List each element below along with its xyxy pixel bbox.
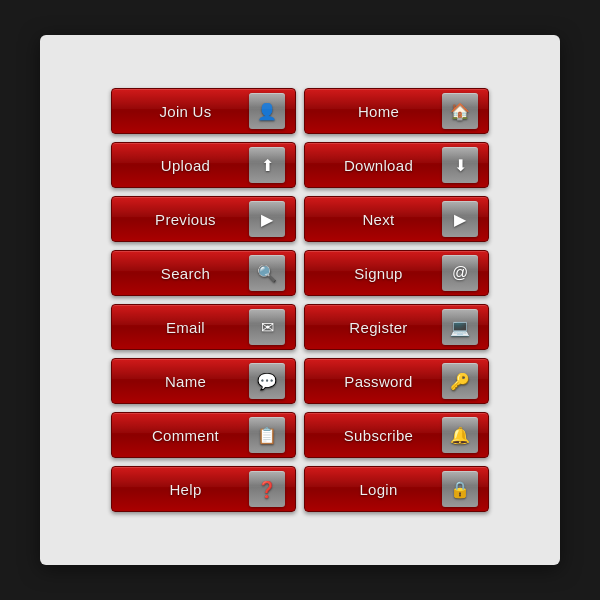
home-button[interactable]: Home🏠 bbox=[304, 88, 489, 134]
button-label: Upload bbox=[122, 157, 249, 174]
download-icon: ⬇ bbox=[442, 147, 478, 183]
home-icon: 🏠 bbox=[442, 93, 478, 129]
subscribe-button[interactable]: Subscribe🔔 bbox=[304, 412, 489, 458]
search-icon: 🔍 bbox=[249, 255, 285, 291]
login-button[interactable]: Login🔒 bbox=[304, 466, 489, 512]
upload-icon: ⬆ bbox=[249, 147, 285, 183]
search-button[interactable]: Search🔍 bbox=[111, 250, 296, 296]
button-label: Subscribe bbox=[315, 427, 442, 444]
next-button[interactable]: Next▶ bbox=[304, 196, 489, 242]
login-icon: 🔒 bbox=[442, 471, 478, 507]
button-label: Password bbox=[315, 373, 442, 390]
signup-icon: @ bbox=[442, 255, 478, 291]
button-label: Previous bbox=[122, 211, 249, 228]
help-button[interactable]: Help❓ bbox=[111, 466, 296, 512]
button-label: Help bbox=[122, 481, 249, 498]
register-button[interactable]: Register💻 bbox=[304, 304, 489, 350]
comment-icon: 📋 bbox=[249, 417, 285, 453]
upload-button[interactable]: Upload⬆ bbox=[111, 142, 296, 188]
signup-button[interactable]: Signup@ bbox=[304, 250, 489, 296]
button-label: Email bbox=[122, 319, 249, 336]
name-icon: 💬 bbox=[249, 363, 285, 399]
button-label: Comment bbox=[122, 427, 249, 444]
button-label: Search bbox=[122, 265, 249, 282]
join-us-button[interactable]: Join Us👤 bbox=[111, 88, 296, 134]
join us-icon: 👤 bbox=[249, 93, 285, 129]
button-label: Signup bbox=[315, 265, 442, 282]
next-icon: ▶ bbox=[442, 201, 478, 237]
previous-icon: ▶ bbox=[249, 201, 285, 237]
register-icon: 💻 bbox=[442, 309, 478, 345]
name-button[interactable]: Name💬 bbox=[111, 358, 296, 404]
email-icon: ✉ bbox=[249, 309, 285, 345]
comment-button[interactable]: Comment📋 bbox=[111, 412, 296, 458]
email-button[interactable]: Email✉ bbox=[111, 304, 296, 350]
button-label: Next bbox=[315, 211, 442, 228]
subscribe-icon: 🔔 bbox=[442, 417, 478, 453]
password-button[interactable]: Password🔑 bbox=[304, 358, 489, 404]
password-icon: 🔑 bbox=[442, 363, 478, 399]
button-label: Join Us bbox=[122, 103, 249, 120]
download-button[interactable]: Download⬇ bbox=[304, 142, 489, 188]
button-label: Name bbox=[122, 373, 249, 390]
button-label: Home bbox=[315, 103, 442, 120]
help-icon: ❓ bbox=[249, 471, 285, 507]
previous-button[interactable]: Previous▶ bbox=[111, 196, 296, 242]
button-label: Register bbox=[315, 319, 442, 336]
button-label: Login bbox=[315, 481, 442, 498]
button-label: Download bbox=[315, 157, 442, 174]
card: Join Us👤Home🏠Upload⬆Download⬇Previous▶Ne… bbox=[40, 35, 560, 565]
button-grid: Join Us👤Home🏠Upload⬆Download⬇Previous▶Ne… bbox=[91, 68, 509, 532]
